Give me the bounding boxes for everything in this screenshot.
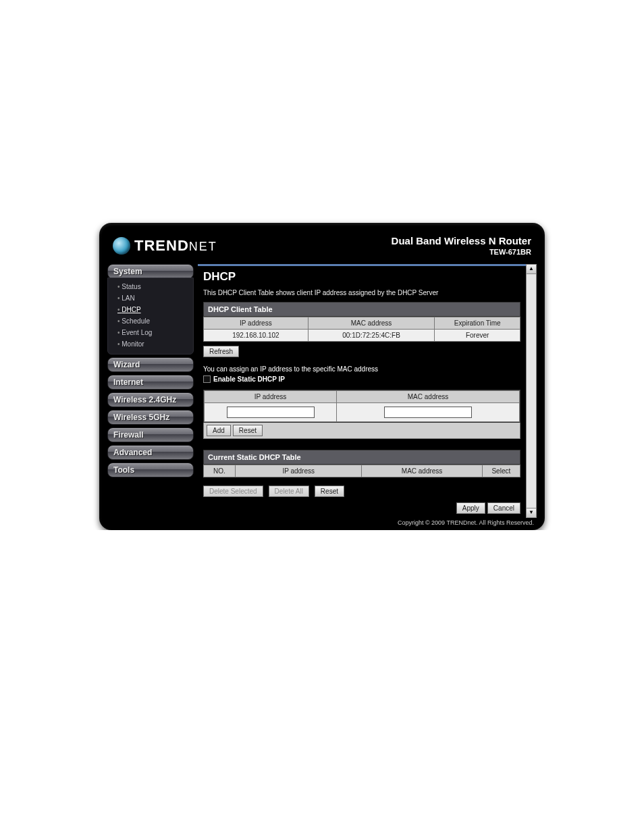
- static-col-no: NO.: [204, 465, 236, 477]
- client-ip: 192.168.10.102: [204, 330, 308, 342]
- static-mac-input[interactable]: [384, 407, 472, 418]
- client-expire: Forever: [435, 330, 520, 342]
- col-expire: Expiration Time: [435, 317, 520, 330]
- nav-system[interactable]: System: [107, 264, 194, 279]
- apply-button[interactable]: Apply: [456, 502, 485, 514]
- brand-logo: TRENDNET: [113, 237, 217, 255]
- nav-advanced[interactable]: Advanced: [107, 445, 194, 460]
- nav-firewall[interactable]: Firewall: [107, 427, 194, 442]
- page-description: This DHCP Client Table shows client IP a…: [203, 289, 520, 296]
- nav-tools[interactable]: Tools: [107, 463, 194, 477]
- dhcp-client-table: IP address MAC address Expiration Time 1…: [203, 317, 520, 342]
- sidebar-item-dhcp[interactable]: DHCP: [108, 304, 193, 315]
- page-title: DHCP: [203, 270, 520, 284]
- cancel-button[interactable]: Cancel: [487, 502, 520, 514]
- sidebar-item-eventlog[interactable]: Event Log: [108, 327, 193, 338]
- static-table-title: Current Static DHCP Table: [203, 450, 520, 465]
- static-col-ip: IP address: [235, 465, 362, 477]
- scroll-track[interactable]: [527, 274, 536, 508]
- client-table-title: DHCP Client Table: [203, 302, 520, 317]
- assign-note: You can assign an IP address to the spec…: [203, 365, 520, 373]
- delete-selected-button[interactable]: Delete Selected: [203, 486, 263, 497]
- copyright: Copyright © 2009 TRENDnet. All Rights Re…: [107, 518, 537, 526]
- sidebar-item-schedule[interactable]: Schedule: [108, 315, 193, 327]
- enable-static-label: Enable Static DHCP IP: [213, 375, 285, 383]
- add-button[interactable]: Add: [207, 425, 231, 436]
- static-dhcp-table: NO. IP address MAC address Select: [203, 465, 520, 477]
- entry-col-mac: MAC address: [337, 391, 520, 403]
- nav-internet[interactable]: Internet: [107, 375, 194, 390]
- scrollbar[interactable]: ▲ ▼: [526, 264, 537, 518]
- static-ip-input[interactable]: [227, 407, 315, 418]
- nav-wizard[interactable]: Wizard: [107, 357, 194, 372]
- brand-name: TRENDNET: [134, 237, 217, 255]
- sidebar-item-monitor[interactable]: Monitor: [108, 338, 193, 350]
- globe-icon: [113, 237, 130, 255]
- client-row: 192.168.10.102 00:1D:72:25:4C:FB Forever: [204, 330, 520, 342]
- nav-wireless-24[interactable]: Wireless 2.4GHz: [107, 392, 194, 407]
- scroll-up-icon[interactable]: ▲: [527, 265, 536, 274]
- client-mac: 00:1D:72:25:4C:FB: [308, 330, 435, 342]
- scroll-down-icon[interactable]: ▼: [527, 508, 536, 517]
- nav-system-submenu: Status LAN DHCP Schedule Event Log Monit…: [107, 278, 194, 355]
- static-col-select: Select: [482, 465, 520, 477]
- product-info: Dual Band Wireless N Router TEW-671BR: [392, 235, 531, 256]
- reset2-button[interactable]: Reset: [315, 486, 344, 497]
- product-model: TEW-671BR: [392, 248, 531, 256]
- product-title: Dual Band Wireless N Router: [392, 235, 531, 246]
- static-entry-table: IP address MAC address: [204, 390, 520, 422]
- enable-static-checkbox[interactable]: [203, 375, 211, 383]
- static-col-mac: MAC address: [362, 465, 482, 477]
- entry-col-ip: IP address: [205, 391, 337, 403]
- col-ip: IP address: [204, 317, 308, 330]
- sidebar: System Status LAN DHCP Schedule Event Lo…: [107, 264, 194, 518]
- nav-wireless-5[interactable]: Wireless 5GHz: [107, 410, 194, 425]
- sidebar-item-status[interactable]: Status: [108, 281, 193, 292]
- content-panel: DHCP This DHCP Client Table shows client…: [198, 264, 526, 518]
- reset-button[interactable]: Reset: [233, 425, 263, 436]
- delete-all-button[interactable]: Delete All: [269, 486, 309, 497]
- sidebar-item-lan[interactable]: LAN: [108, 292, 193, 304]
- router-admin-frame: TRENDNET Dual Band Wireless N Router TEW…: [99, 223, 545, 530]
- col-mac: MAC address: [308, 317, 435, 330]
- header: TRENDNET Dual Band Wireless N Router TEW…: [107, 230, 537, 264]
- refresh-button[interactable]: Refresh: [203, 346, 239, 357]
